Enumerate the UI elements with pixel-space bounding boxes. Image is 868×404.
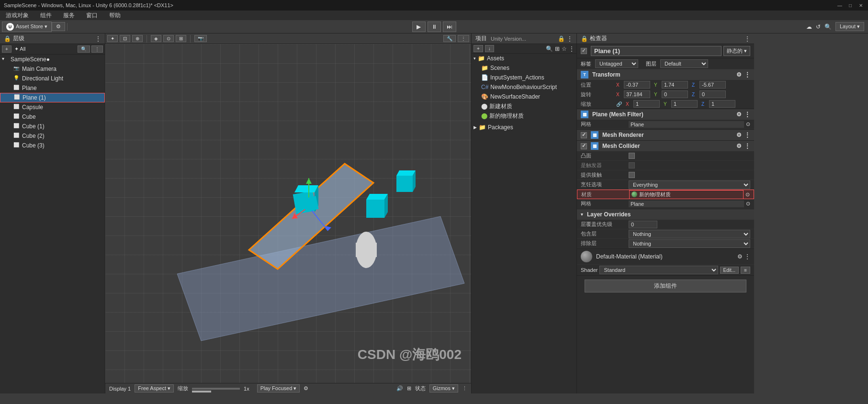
layer-overrides-header[interactable]: ▾ Layer Overrides	[577, 209, 754, 220]
collider-mesh-target-icon[interactable]: ⊙	[746, 201, 750, 207]
hierarchy-add-btn[interactable]: +	[2, 45, 11, 53]
inspector-more-icon[interactable]: ⋮	[744, 35, 750, 42]
hierarchy-lock-icon[interactable]: 🔒	[4, 35, 11, 42]
settings-btn[interactable]: ⚙	[52, 22, 65, 31]
transform-header[interactable]: T Transform ⚙ ⋮	[577, 69, 754, 80]
project-star-btn[interactable]: ☆	[562, 45, 567, 52]
audio-icon[interactable]: 🔊	[396, 385, 403, 392]
convex-checkbox[interactable]	[629, 153, 635, 159]
static-btn[interactable]: 静态的 ▾	[723, 46, 750, 56]
scene-rect-btn[interactable]: ⊡	[120, 35, 130, 42]
gizmos-btn[interactable]: Gizmos ▾	[429, 384, 458, 393]
hierarchy-item-cube3[interactable]: ⬜ Cube (3)	[0, 141, 105, 150]
project-menu-icon[interactable]: ⋮	[567, 35, 573, 42]
more-btn[interactable]: ⋮	[462, 385, 467, 392]
meshfilter-header[interactable]: ▦ Plane (Mesh Filter) ⚙ ⋮	[577, 109, 754, 120]
tag-dropdown[interactable]: Untagged	[595, 59, 638, 68]
meshcollider-settings-icon[interactable]: ⚙	[736, 143, 742, 149]
scene-shade-btn[interactable]: ◈	[151, 35, 161, 42]
shader-edit-btn[interactable]: Edit...	[720, 267, 739, 274]
material-section-menu-icon[interactable]: ⋮	[744, 253, 750, 260]
step-btn[interactable]: ⏭	[443, 22, 456, 32]
material-target-icon[interactable]: ⊙	[745, 191, 750, 198]
minimize-btn[interactable]: —	[836, 2, 843, 9]
transform-settings-icon[interactable]: ⚙	[736, 71, 742, 78]
project-layout-btn[interactable]: ⊞	[555, 45, 560, 52]
play-btn[interactable]: ▶	[412, 22, 426, 32]
meshcollider-menu-icon[interactable]: ⋮	[744, 143, 750, 149]
scale-y-input[interactable]	[671, 100, 698, 108]
hierarchy-item-plane[interactable]: ⬜ Plane	[0, 83, 105, 93]
scene-gizmo-btn[interactable]: 🔧	[443, 35, 456, 42]
asset-store-btn[interactable]: U Asset Store ▾	[2, 22, 52, 32]
inspector-lock-icon[interactable]: 🔒	[581, 35, 588, 42]
priority-input[interactable]	[629, 221, 657, 228]
project-lock-icon[interactable]: 🔒	[558, 35, 565, 42]
rotation-y-input[interactable]	[662, 90, 688, 98]
include-dropdown[interactable]: Nothing Everything	[629, 230, 750, 238]
scene-grid-btn[interactable]: ⊞	[176, 35, 186, 42]
shader-dropdown[interactable]: Standard	[599, 266, 718, 274]
object-active-checkbox[interactable]	[581, 48, 587, 54]
menu-component[interactable]: 组件	[38, 11, 54, 20]
project-search-btn[interactable]: 🔍	[546, 45, 553, 52]
meshrenderer-active-checkbox[interactable]	[581, 132, 587, 138]
hierarchy-item-capsule[interactable]: ⬜ Capsule	[0, 102, 105, 112]
project-item-assets[interactable]: ▾ 📁 Assets	[472, 54, 576, 63]
shader-menu-btn[interactable]: ≡	[741, 267, 750, 274]
menu-gameobject[interactable]: 游戏对象	[4, 11, 31, 20]
history-icon[interactable]: ↺	[816, 23, 821, 30]
project-import-btn[interactable]: ↓	[485, 45, 494, 52]
cooking-dropdown[interactable]: Everything Nothing	[629, 180, 750, 189]
play-focused-settings-btn[interactable]: ⚙	[304, 385, 308, 392]
position-z-input[interactable]	[699, 81, 726, 89]
project-item-inputsystem[interactable]: 📄 InputSystem_Actions	[472, 73, 576, 82]
hierarchy-item-samplescene[interactable]: ▾ SampleScene●	[0, 55, 105, 64]
hierarchy-item-plane1[interactable]: ⬜ Plane (1)	[0, 93, 105, 102]
maximize-btn[interactable]: □	[847, 2, 854, 9]
meshcollider-active-checkbox[interactable]	[581, 143, 587, 149]
hierarchy-menu-icon[interactable]: ⋮	[95, 35, 101, 42]
scene-canvas[interactable]: CSDN @海鸥002	[105, 44, 471, 383]
project-item-packages[interactable]: ▶ 📁 Packages	[472, 123, 576, 132]
scale-z-input[interactable]	[709, 100, 735, 108]
search-icon-toolbar[interactable]: 🔍	[824, 23, 832, 30]
scale-slider[interactable]	[192, 388, 240, 390]
meshcollider-header[interactable]: ▦ Mesh Collider ⚙ ⋮	[577, 141, 754, 151]
scale-x-input[interactable]	[633, 100, 660, 108]
play-focused-dropdown[interactable]: Play Focused ▾	[257, 384, 300, 393]
hierarchy-item-cube1[interactable]: ⬜ Cube (1)	[0, 122, 105, 131]
hierarchy-item-directionallight[interactable]: 💡 Directional Light	[0, 74, 105, 83]
mesh-target-icon[interactable]: ⊙	[746, 121, 750, 127]
add-component-btn[interactable]: 添加组件	[585, 280, 746, 292]
transform-menu-icon[interactable]: ⋮	[744, 71, 750, 78]
exclude-dropdown[interactable]: Nothing Everything	[629, 239, 750, 248]
scene-view-btn[interactable]: ✦	[107, 35, 118, 42]
scene-effect-btn[interactable]: ⊙	[163, 35, 174, 42]
contacts-checkbox[interactable]	[629, 172, 635, 178]
project-add-btn[interactable]: +	[473, 45, 483, 52]
layout-btn[interactable]: Layout ▾	[835, 22, 864, 31]
project-item-scenes[interactable]: 📁 Scenes	[472, 63, 576, 73]
hierarchy-search-btn[interactable]: 🔍	[78, 45, 90, 53]
aspect-dropdown[interactable]: Free Aspect ▾	[135, 384, 174, 393]
material-section-settings-icon[interactable]: ⚙	[737, 253, 743, 260]
close-btn[interactable]: ✕	[857, 2, 864, 9]
cloud-icon[interactable]: ☁	[806, 23, 812, 30]
menu-window[interactable]: 窗口	[84, 11, 100, 20]
hierarchy-more-btn[interactable]: ⋮	[91, 45, 103, 53]
project-dots-btn[interactable]: ⋮	[569, 45, 575, 52]
meshfilter-settings-icon[interactable]: ⚙	[736, 111, 742, 118]
unity-version-tab[interactable]: Unity Version...	[491, 36, 526, 42]
meshrenderer-menu-icon[interactable]: ⋮	[744, 132, 750, 138]
scene-stats-btn[interactable]: ⊞	[407, 385, 411, 392]
scene-dots-btn[interactable]: ⋮	[458, 35, 469, 42]
project-item-surfaceshader[interactable]: 🎨 NewSurfaceShader	[472, 92, 576, 101]
layer-dropdown[interactable]: Default	[660, 59, 708, 68]
project-item-monobehaviour[interactable]: C# NewMonoBehaviourScript	[472, 82, 576, 92]
scene-camera-btn[interactable]: 📷	[194, 35, 207, 42]
hierarchy-item-cube2[interactable]: ⬜ Cube (2)	[0, 131, 105, 141]
rotation-z-input[interactable]	[699, 90, 726, 98]
meshrenderer-header[interactable]: ▦ Mesh Renderer ⚙ ⋮	[577, 130, 754, 140]
meshfilter-menu-icon[interactable]: ⋮	[744, 111, 750, 118]
